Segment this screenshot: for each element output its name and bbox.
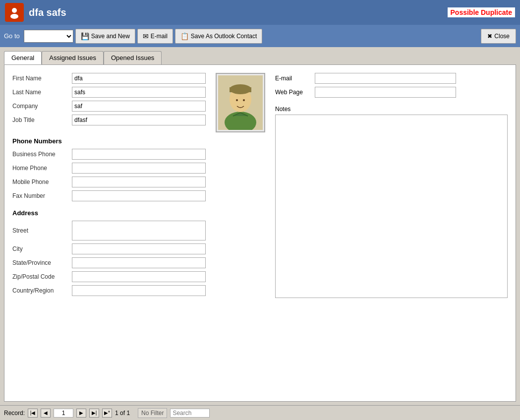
webpage-label: Web Page: [275, 89, 315, 96]
company-label: Company: [12, 103, 72, 110]
first-name-row: First Name: [12, 73, 206, 84]
tab-bar: General Assigned Issues Opened Issues: [4, 51, 516, 64]
zip-input[interactable]: [72, 271, 206, 282]
svg-point-9: [243, 99, 245, 101]
webpage-input[interactable]: [315, 87, 456, 98]
email-button[interactable]: ✉ E-mail: [137, 29, 173, 44]
nav-new-button[interactable]: ▶*: [102, 409, 112, 418]
main-content: General Assigned Issues Opened Issues Fi…: [0, 47, 520, 419]
basic-fields: First Name Last Name Company Job Ti: [12, 73, 206, 132]
nav-last-button[interactable]: ▶|: [89, 409, 99, 418]
duplicate-warning: Possible Duplicate: [448, 7, 515, 17]
business-phone-input[interactable]: [72, 149, 206, 160]
zip-row: Zip/Postal Code: [12, 271, 265, 282]
business-phone-label: Business Phone: [12, 151, 72, 158]
company-input[interactable]: [72, 101, 206, 112]
content-area: First Name Last Name Company Job Ti: [12, 73, 508, 304]
svg-point-1: [12, 8, 17, 13]
city-input[interactable]: [72, 243, 206, 254]
state-label: State/Province: [12, 259, 72, 266]
save-and-new-button[interactable]: 💾 Save and New: [75, 29, 135, 44]
goto-dropdown[interactable]: [24, 30, 73, 43]
close-button[interactable]: ✖ Close: [481, 29, 516, 44]
email-icon: ✉: [143, 32, 149, 40]
record-total: 1 of 1: [115, 410, 130, 417]
top-section: First Name Last Name Company Job Ti: [12, 73, 265, 132]
email-web-section: E-mail Web Page: [275, 73, 508, 98]
svg-rect-7: [230, 87, 251, 92]
first-name-label: First Name: [12, 75, 72, 82]
nav-first-button[interactable]: |◀: [28, 409, 38, 418]
notes-section: Notes: [275, 106, 508, 300]
first-name-input[interactable]: [72, 73, 206, 84]
notes-label: Notes: [275, 106, 508, 113]
no-filter-label: No Filter: [138, 408, 167, 418]
tab-general[interactable]: General: [4, 51, 42, 64]
country-row: Country/Region: [12, 285, 265, 296]
save-new-label: Save and New: [91, 33, 130, 40]
email-field-label: E-mail: [275, 75, 315, 82]
phone-section-title: Phone Numbers: [12, 137, 265, 145]
nav-next-button[interactable]: ▶: [76, 409, 86, 418]
mobile-phone-input[interactable]: [72, 177, 206, 187]
record-label: Record:: [4, 410, 25, 417]
status-bar: Record: |◀ ◀ ▶ ▶| ▶* 1 of 1 No Filter: [0, 405, 520, 419]
nav-prev-button[interactable]: ◀: [41, 409, 51, 418]
last-name-row: Last Name: [12, 87, 206, 98]
last-name-label: Last Name: [12, 89, 72, 96]
mobile-phone-label: Mobile Phone: [12, 179, 72, 185]
job-title-input[interactable]: [72, 115, 206, 125]
svg-point-8: [236, 99, 238, 101]
address-section-title: Address: [12, 209, 265, 217]
address-section: Address Street City State/Province: [12, 209, 265, 296]
fax-label: Fax Number: [12, 192, 72, 199]
country-label: Country/Region: [12, 287, 72, 294]
email-input[interactable]: [315, 73, 456, 84]
svg-point-2: [10, 14, 18, 19]
street-input[interactable]: [72, 221, 206, 240]
save-new-icon: 💾: [81, 32, 89, 40]
email-row: E-mail: [275, 73, 508, 84]
outlook-icon: 📋: [180, 32, 189, 40]
mobile-phone-row: Mobile Phone: [12, 177, 265, 187]
title-bar: dfa safs Possible Duplicate: [0, 0, 520, 25]
job-title-row: Job Title: [12, 115, 206, 125]
company-row: Company: [12, 101, 206, 112]
window-title: dfa safs: [29, 7, 448, 18]
job-title-label: Job Title: [12, 117, 72, 123]
last-name-input[interactable]: [72, 87, 206, 98]
state-row: State/Province: [12, 257, 265, 268]
home-phone-input[interactable]: [72, 163, 206, 174]
phone-section: Phone Numbers Business Phone Home Phone …: [12, 137, 265, 201]
close-label: Close: [494, 33, 510, 40]
tab-opened-issues[interactable]: Opened Issues: [104, 51, 162, 64]
state-input[interactable]: [72, 257, 206, 268]
search-input[interactable]: [170, 409, 210, 418]
tab-assigned-issues[interactable]: Assigned Issues: [42, 51, 104, 64]
app-icon: [5, 3, 24, 22]
left-column: First Name Last Name Company Job Ti: [12, 73, 265, 304]
form-panel: First Name Last Name Company Job Ti: [4, 64, 516, 402]
close-icon: ✖: [487, 33, 492, 40]
city-label: City: [12, 245, 72, 252]
street-row: Street: [12, 221, 265, 240]
goto-label: Go to: [4, 32, 20, 40]
email-label: E-mail: [151, 33, 168, 40]
zip-label: Zip/Postal Code: [12, 273, 72, 280]
save-outlook-label: Save As Outlook Contact: [191, 33, 257, 40]
save-outlook-button[interactable]: 📋 Save As Outlook Contact: [175, 29, 262, 44]
home-phone-row: Home Phone: [12, 163, 265, 174]
country-input[interactable]: [72, 285, 206, 296]
photo-section: [216, 73, 265, 132]
toolbar: Go to 💾 Save and New ✉ E-mail 📋 Save As …: [0, 25, 520, 47]
contact-photo[interactable]: [216, 73, 265, 132]
business-phone-row: Business Phone: [12, 149, 265, 160]
home-phone-label: Home Phone: [12, 165, 72, 172]
right-column: E-mail Web Page Notes: [275, 73, 508, 304]
record-number-input[interactable]: [54, 409, 73, 418]
notes-textarea[interactable]: [275, 115, 508, 298]
webpage-row: Web Page: [275, 87, 508, 98]
street-label: Street: [12, 227, 72, 234]
city-row: City: [12, 243, 265, 254]
fax-input[interactable]: [72, 190, 206, 201]
